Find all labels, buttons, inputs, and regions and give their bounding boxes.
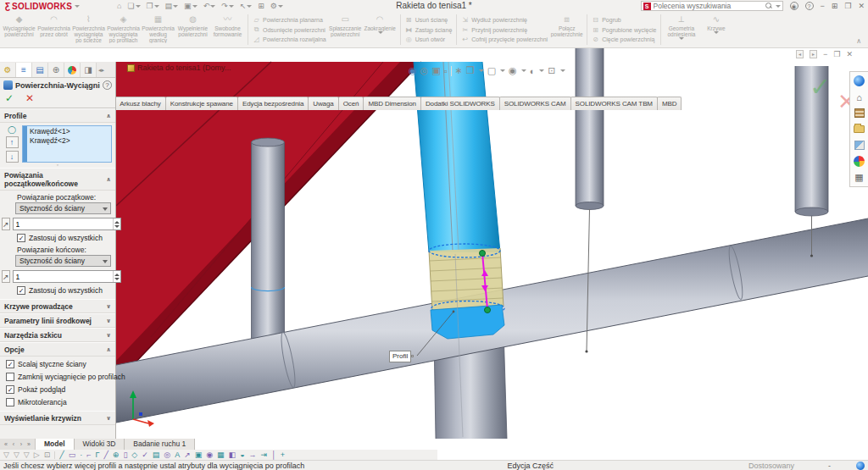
ruled-surface-button[interactable]: ◿Powierzchnia rozwijalna <box>253 35 326 44</box>
select-icon[interactable]: ↖ <box>240 2 253 10</box>
end-apply-all-checkbox[interactable]: ✓ <box>17 286 25 295</box>
view-settings-icon[interactable]: ⊡ <box>548 65 555 76</box>
trim-surface-button[interactable]: ✂Przytnij powierzchnię <box>461 25 548 35</box>
profile-selection-list[interactable]: Krawędź<1> Krawędź<2> <box>22 125 112 163</box>
sketch-add-icon[interactable]: + <box>281 450 285 460</box>
sketch-point-icon[interactable]: · <box>80 450 82 460</box>
sketch-tools-section-header[interactable]: Narzędzia szkicu∨ <box>0 328 115 342</box>
start-constraint-select[interactable]: Styczność do ściany <box>15 202 111 214</box>
end-constraint-select[interactable]: Styczność do ściany <box>15 255 111 267</box>
spin-up-icon[interactable] <box>114 221 120 224</box>
doc-restore-button[interactable]: ❐ <box>833 50 840 58</box>
magnifier-icon[interactable]: ▫ <box>444 66 448 76</box>
sketch-ok-icon[interactable]: ✓ <box>142 450 148 460</box>
sketch-trim-icon[interactable]: ╱ <box>103 450 108 460</box>
sketch-rectangle-icon[interactable]: ▭ <box>69 450 76 460</box>
cut-with-surface-button[interactable]: ⊘Cięcie powierzchnią <box>592 35 656 44</box>
callout-grip[interactable] <box>411 355 414 357</box>
tab-arkusz-blachy[interactable]: Arkusz blachy <box>114 97 166 110</box>
appearances-icon[interactable] <box>853 139 865 152</box>
custom-properties-icon[interactable]: ▦ <box>853 171 865 184</box>
curvature-display-section-header[interactable]: Wyświetlanie krzywizn∨ <box>0 411 115 425</box>
move-profile-up-button[interactable]: ↑ <box>6 136 19 148</box>
filter-vertices-icon[interactable]: ▷ <box>34 450 40 460</box>
sketch-polygon-icon[interactable]: ◇ <box>131 450 137 460</box>
appearances-wheel-icon[interactable] <box>853 155 865 168</box>
sketch-hatch-icon[interactable]: ◧ <box>229 450 236 460</box>
end-tangent-length-input[interactable] <box>14 272 113 282</box>
start-apply-all-checkbox[interactable]: ✓ <box>17 234 25 242</box>
panel-tab-scroll-icons[interactable]: ◂▸ <box>98 63 104 77</box>
tab-edycja-bezposrednia[interactable]: Edycja bezpośrednia <box>237 97 309 110</box>
3d-views-tab[interactable]: Widoki 3D <box>75 439 125 450</box>
command-search[interactable]: S <box>641 1 783 11</box>
sketch-extend-icon[interactable]: ⇥ <box>261 450 268 460</box>
display-pane-button[interactable]: ⊞ <box>832 2 838 10</box>
file-explorer-icon[interactable] <box>853 123 865 135</box>
close-button[interactable]: ✕ <box>858 2 865 10</box>
sketch-center-icon[interactable]: ⊕ <box>113 450 120 460</box>
untrim-surface-button[interactable]: ↩Cofnij przycięcie powierzchni <box>461 35 548 44</box>
custom-label[interactable]: Dostosowany <box>748 462 794 470</box>
sketch-offset-icon[interactable]: ▯ <box>123 450 127 460</box>
spin-down-icon[interactable] <box>114 278 120 280</box>
print-icon[interactable]: ▣ <box>184 2 198 10</box>
profile-section-header[interactable]: Profile∧ <box>0 108 115 123</box>
tab-konstrukcje-spawane[interactable]: Konstrukcje spawane <box>165 97 238 110</box>
ribbon-collapse-icon[interactable]: ∧ <box>856 37 861 45</box>
micro-tolerance-checkbox[interactable] <box>6 398 14 406</box>
motion-study-tab[interactable]: Badanie ruchu 1 <box>125 439 195 450</box>
redo-icon[interactable]: ↷ <box>221 2 234 10</box>
first-tab-icon[interactable]: « <box>3 441 9 447</box>
filter-edges-icon[interactable]: ▽ <box>14 450 19 460</box>
flatten-surface-button[interactable]: ▭Spłaszczanie powierzchni <box>328 13 363 47</box>
design-library-icon[interactable] <box>853 107 865 119</box>
new-document-icon[interactable]: ❏ <box>127 2 140 10</box>
dimxpert-manager-tab[interactable]: ⊕ <box>48 63 64 77</box>
solidworks-logo[interactable]: ƷSOLIDWORKS <box>0 2 85 11</box>
sketch-pattern-icon[interactable]: ▣ <box>195 450 203 460</box>
tab-dodatki-solidworks[interactable]: Dodatki SOLIDWORKS <box>420 97 500 110</box>
replace-face-button[interactable]: ⧓Zastąp ścianę <box>405 25 453 35</box>
restore-button[interactable]: ❐ <box>844 2 851 10</box>
loft-preview-surface[interactable] <box>429 244 504 316</box>
profile-item[interactable]: Krawędź<2> <box>30 136 70 146</box>
solidworks-resources-icon[interactable] <box>853 75 865 87</box>
move-profile-down-button[interactable]: ↓ <box>6 151 19 163</box>
display-panes-icon[interactable]: ⊞ <box>258 2 264 10</box>
options-section-header[interactable]: Opcje∧ <box>0 342 115 357</box>
sketch-spline-icon[interactable]: ↗ <box>184 450 191 460</box>
start-tangent-length-input[interactable] <box>14 219 113 229</box>
ok-button[interactable]: ✓ <box>5 92 14 104</box>
centerline-parameters-section-header[interactable]: Parametry linii środkowej∨ <box>0 313 115 328</box>
thickened-cut-button[interactable]: ⊞Pogrubione wycięcie <box>592 25 656 35</box>
curves-button[interactable]: ∿Krzywe <box>698 13 733 47</box>
configuration-manager-tab[interactable]: ▤ <box>32 63 48 77</box>
guide-curves-section-header[interactable]: Krzywe prowadzące∨ <box>0 299 115 313</box>
surface-boundary-button[interactable]: ▦Powierzchnia według granicy <box>141 13 175 47</box>
close-loft-checkbox[interactable] <box>6 373 14 381</box>
start-tangent-icon[interactable]: ↗ <box>2 218 10 230</box>
delete-face-button[interactable]: ⊠Usuń ścianę <box>405 15 453 25</box>
zoom-area-icon[interactable]: ◎ <box>420 65 429 76</box>
extend-surface-button[interactable]: ⇲Wydłuż powierzchnię <box>461 15 548 25</box>
sketch-grid-icon[interactable]: ▦ <box>217 450 225 460</box>
options-gear-icon[interactable]: ⚙ <box>270 2 283 10</box>
tab-mbd[interactable]: MBD <box>657 97 682 110</box>
start-tangent-length-stepper[interactable] <box>13 218 121 230</box>
filter-icon[interactable]: ▽ <box>3 450 9 460</box>
thicken-button[interactable]: ⊟Pogrub <box>592 15 656 25</box>
hide-show-items-icon[interactable]: ◉ <box>509 65 517 76</box>
spin-up-icon[interactable] <box>114 274 120 276</box>
search-caret-icon[interactable] <box>776 5 781 8</box>
model-tab[interactable]: Model <box>36 439 75 450</box>
sketch-mirror-icon[interactable]: │ <box>271 450 276 460</box>
display-style-icon[interactable]: ▢ <box>487 65 496 76</box>
next-document-icon[interactable]: ▸ <box>810 50 817 58</box>
tab-uwaga[interactable]: Uwaga <box>308 97 338 110</box>
zoom-fit-icon[interactable]: ◉ <box>409 65 417 76</box>
open-icon[interactable]: ❐ <box>147 2 159 10</box>
surface-fill-button[interactable]: ◍Wypełnienie powierzchni <box>175 13 210 47</box>
home-tab-icon[interactable]: ⌂ <box>853 91 865 103</box>
minimize-button[interactable]: − <box>821 2 825 10</box>
